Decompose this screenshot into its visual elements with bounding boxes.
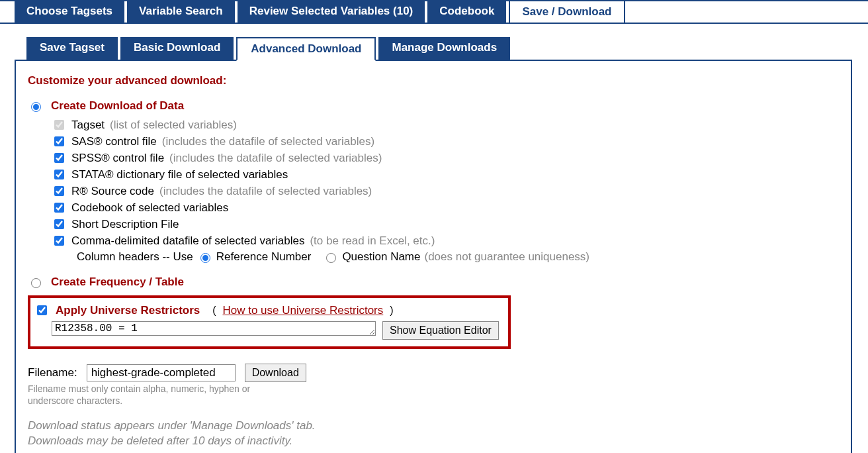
panel-advanced-download: Customize your advanced download: Create…	[15, 60, 852, 453]
radio-colheader-qname[interactable]	[326, 253, 336, 263]
check-csv[interactable]	[54, 236, 64, 246]
restrictor-paren-open: (	[206, 305, 216, 317]
check-apply-restrictor[interactable]	[37, 305, 47, 315]
hint-spss: (includes the datafile of selected varia…	[169, 152, 382, 165]
subtab-manage-downloads[interactable]: Manage Downloads	[378, 37, 510, 60]
footer-line2: Downloads may be deleted after 10 days o…	[28, 434, 851, 449]
filename-label: Filename:	[28, 366, 77, 379]
hint-csv: (to be read in Excel, etc.)	[310, 234, 435, 248]
label-codebook: Codebook of selected variables	[71, 201, 228, 215]
colheaders-prefix: Column headers -- Use	[77, 250, 193, 264]
restrictor-equation-input[interactable]	[52, 321, 376, 336]
label-csv: Comma-delimited datafile of selected var…	[71, 234, 304, 248]
top-tabs: Choose Tagsets Variable Search Review Se…	[0, 1, 868, 23]
label-shortdesc: Short Description File	[71, 218, 179, 231]
label-create-frequency: Create Frequency / Table	[51, 276, 184, 289]
download-button[interactable]: Download	[245, 364, 306, 382]
subtab-basic-download[interactable]: Basic Download	[120, 37, 234, 60]
download-options: Tagset (list of selected variables) SAS®…	[52, 117, 851, 265]
universe-restrictor-box: Apply Universe Restrictors (How to use U…	[28, 295, 511, 349]
filename-input[interactable]	[87, 364, 236, 381]
hint-sas: (includes the datafile of selected varia…	[162, 135, 374, 148]
radio-create-frequency[interactable]	[31, 278, 41, 288]
hint-colheader-qname: (does not guarantee uniqueness)	[425, 250, 590, 264]
filename-hint: Filename must only contain alpha, numeri…	[28, 383, 266, 407]
subtab-advanced-download[interactable]: Advanced Download	[236, 37, 376, 61]
radio-colheader-ref[interactable]	[200, 253, 210, 263]
label-sas: SAS® control file	[71, 135, 157, 148]
tab-choose-tagsets[interactable]: Choose Tagsets	[15, 1, 124, 23]
label-tagset: Tagset	[71, 119, 105, 132]
footer-line1: Download status appears under 'Manage Do…	[28, 419, 851, 434]
show-equation-editor-button[interactable]: Show Equation Editor	[382, 321, 499, 340]
sub-tabs: Save Tagset Basic Download Advanced Down…	[15, 37, 868, 60]
tab-variable-search[interactable]: Variable Search	[127, 1, 235, 23]
check-spss[interactable]	[54, 153, 64, 163]
hint-r: (includes the datafile of selected varia…	[159, 185, 372, 198]
check-stata[interactable]	[54, 170, 64, 179]
check-r[interactable]	[54, 186, 64, 196]
check-shortdesc[interactable]	[54, 219, 64, 229]
footer-note: Download status appears under 'Manage Do…	[28, 419, 851, 449]
top-nav-bar: Choose Tagsets Variable Search Review Se…	[0, 0, 868, 24]
check-codebook[interactable]	[54, 203, 64, 213]
radio-create-download[interactable]	[31, 102, 41, 112]
label-stata: STATA® dictionary file of selected varia…	[71, 168, 288, 181]
tab-save-download[interactable]: Save / Download	[509, 0, 625, 23]
label-create-download: Create Download of Data	[51, 99, 184, 113]
tab-review-selected[interactable]: Review Selected Variables (10)	[238, 1, 425, 23]
label-apply-restrictor: Apply Universe Restrictors	[56, 304, 200, 317]
label-colheader-ref: Reference Number	[216, 250, 312, 264]
section-title: Customize your advanced download:	[28, 74, 851, 87]
link-how-to-restrictor[interactable]: How to use Universe Restrictors	[222, 304, 383, 317]
label-spss: SPSS® control file	[71, 152, 164, 165]
restrictor-paren-close: )	[390, 305, 393, 317]
tab-codebook[interactable]: Codebook	[427, 1, 506, 23]
label-r: R® Source code	[71, 185, 154, 198]
label-colheader-qname: Question Name	[342, 250, 420, 264]
subtab-save-tagset[interactable]: Save Tagset	[26, 37, 118, 60]
main-area: Save Tagset Basic Download Advanced Down…	[0, 24, 868, 453]
check-sas[interactable]	[54, 136, 64, 146]
check-tagset	[54, 120, 64, 130]
hint-tagset: (list of selected variables)	[110, 119, 237, 132]
